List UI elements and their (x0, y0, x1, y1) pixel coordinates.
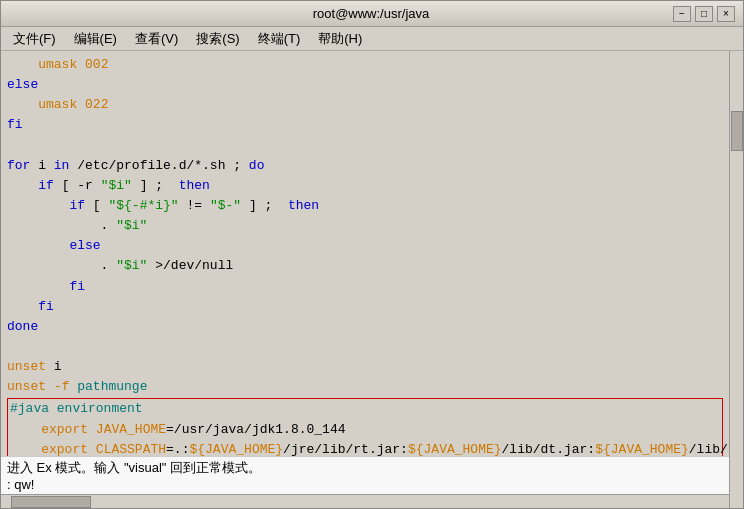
code-line: else (7, 75, 723, 95)
menu-file[interactable]: 文件(F) (5, 28, 64, 50)
code-line: fi (7, 115, 723, 135)
maximize-button[interactable]: □ (695, 6, 713, 22)
code-line: unset i (7, 357, 723, 377)
terminal-window: root@www:/usr/java − □ × 文件(F) 编辑(E) 查看(… (0, 0, 744, 509)
code-line: . "$i" >/dev/null (7, 256, 723, 276)
highlighted-code-line: #java environment (10, 399, 720, 419)
highlighted-code-line: export CLASSPATH=.:${JAVA_HOME}/jre/lib/… (10, 440, 720, 456)
code-line: if [ "${-#*i}" != "$-" ] ; then (7, 196, 723, 216)
horizontal-scrollbar[interactable] (1, 494, 729, 508)
code-line: fi (7, 297, 723, 317)
code-content: umask 002else umask 022fi for i in /etc/… (1, 51, 729, 508)
menu-search[interactable]: 搜索(S) (188, 28, 247, 50)
menu-help[interactable]: 帮助(H) (310, 28, 370, 50)
code-line: . "$i" (7, 216, 723, 236)
vertical-scrollbar[interactable] (729, 51, 743, 508)
code-line: fi (7, 277, 723, 297)
menu-bar: 文件(F) 编辑(E) 查看(V) 搜索(S) 终端(T) 帮助(H) (1, 27, 743, 51)
title-bar: root@www:/usr/java − □ × (1, 1, 743, 27)
code-line: umask 002 (7, 55, 723, 75)
code-line: unset -f pathmunge (7, 377, 723, 397)
code-line: else (7, 236, 723, 256)
code-line: umask 022 (7, 95, 723, 115)
terminal-body: umask 002else umask 022fi for i in /etc/… (1, 51, 743, 508)
h-scrollbar-thumb[interactable] (11, 496, 91, 508)
window-title: root@www:/usr/java (69, 6, 673, 21)
code-line: for i in /etc/profile.d/*.sh ; do (7, 156, 723, 176)
status-line2: : qw! (7, 477, 723, 492)
status-bar: 进入 Ex 模式。输入 "visual" 回到正常模式。 : qw! (1, 456, 729, 494)
menu-terminal[interactable]: 终端(T) (250, 28, 309, 50)
code-line: done (7, 317, 723, 337)
code-line: if [ -r "$i" ] ; then (7, 176, 723, 196)
close-button[interactable]: × (717, 6, 735, 22)
code-editor[interactable]: umask 002else umask 022fi for i in /etc/… (1, 51, 729, 456)
menu-view[interactable]: 查看(V) (127, 28, 186, 50)
minimize-button[interactable]: − (673, 6, 691, 22)
menu-edit[interactable]: 编辑(E) (66, 28, 125, 50)
highlighted-java-block: #java environment export JAVA_HOME=/usr/… (7, 398, 723, 456)
window-controls: − □ × (673, 6, 735, 22)
v-scrollbar-thumb[interactable] (731, 111, 743, 151)
code-line (7, 337, 723, 357)
highlighted-code-line: export JAVA_HOME=/usr/java/jdk1.8.0_144 (10, 420, 720, 440)
status-line1: 进入 Ex 模式。输入 "visual" 回到正常模式。 (7, 459, 723, 477)
code-line (7, 136, 723, 156)
